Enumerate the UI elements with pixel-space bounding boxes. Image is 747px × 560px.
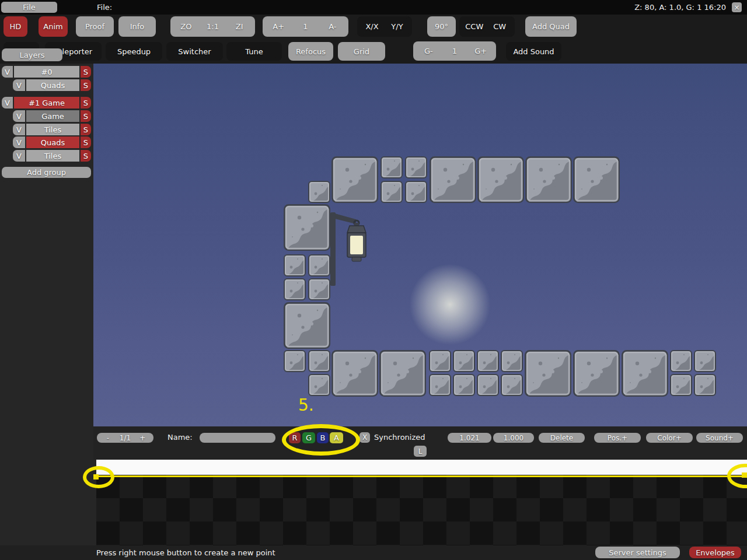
solo-toggle[interactable]: S <box>81 97 91 108</box>
info-button[interactable]: Info <box>118 16 156 37</box>
anim-speed-value[interactable]: 1 <box>292 22 319 31</box>
speedup-button[interactable]: Speedup <box>106 42 162 61</box>
envelope-point-left[interactable] <box>93 474 99 480</box>
zoom-anim-grid-status: Z: 80, A: 1.0, G: 1 16:20 <box>634 3 726 12</box>
delete-point-x-button[interactable]: X <box>359 432 370 443</box>
zoom-reset-button[interactable]: 1:1 <box>200 22 226 31</box>
rotate-90-button[interactable]: 90° <box>427 16 456 37</box>
solo-toggle[interactable]: S <box>81 79 91 91</box>
layer-row-tiles[interactable]: VTilesS <box>13 124 91 135</box>
envelope-value-band[interactable] <box>96 460 747 475</box>
flip-y-button[interactable]: Y/Y <box>385 22 410 31</box>
channel-g-button[interactable]: G <box>302 432 315 443</box>
stone-tile-small <box>381 181 403 205</box>
synchronized-label: Synchronized <box>374 433 425 442</box>
add-group-button[interactable]: Add group <box>2 167 91 178</box>
rotate-ccw-button[interactable]: CCW <box>462 22 487 31</box>
envelope-name-input[interactable] <box>200 433 275 443</box>
color-plus-button[interactable]: Color+ <box>646 433 693 443</box>
grid-decrease-button[interactable]: G- <box>416 47 442 55</box>
add-sound-button[interactable]: Add Sound <box>506 42 561 61</box>
layer-label[interactable]: Quads <box>26 136 79 148</box>
anim-speed-up-button[interactable]: A+ <box>265 22 292 31</box>
channel-a-button[interactable]: A <box>330 432 343 443</box>
pos-plus-button[interactable]: Pos.+ <box>594 433 641 443</box>
layer-label[interactable]: Tiles <box>26 124 79 135</box>
visibility-toggle[interactable]: V <box>13 79 25 91</box>
status-bar: Press right mouse button to create a new… <box>0 545 747 560</box>
switcher-button[interactable]: Switcher <box>166 42 223 61</box>
layer-row-quads[interactable]: VQuadsS <box>13 136 91 148</box>
zoom-in-button[interactable]: ZI <box>226 22 253 31</box>
envelope-graph-area[interactable] <box>96 475 747 545</box>
envelope-toolbar: - 1/1 + Name: R G B A X Synchronized 1.0… <box>93 426 747 460</box>
point-value-field[interactable]: 1.000 <box>493 433 534 443</box>
layers-panel: Layers V#0SVQuadsSV#1 GameSVGameSVTilesS… <box>0 0 93 560</box>
zoom-button-group: ZO 1:1 ZI <box>170 16 255 37</box>
map-canvas[interactable]: 5. <box>93 64 747 426</box>
stone-tile-small <box>477 374 499 398</box>
rotate-cw-button[interactable]: CW <box>487 22 513 31</box>
envelope-next-button[interactable]: + <box>134 434 151 442</box>
layer-label[interactable]: Game <box>26 110 79 122</box>
layer-label[interactable]: Tiles <box>26 150 79 162</box>
stone-tile-small <box>453 374 475 398</box>
flip-x-button[interactable]: X/X <box>359 22 385 31</box>
tune-button[interactable]: Tune <box>226 42 282 61</box>
stone-tile-small <box>501 374 523 398</box>
solo-toggle[interactable]: S <box>81 136 91 148</box>
refocus-button[interactable]: Refocus <box>288 42 333 61</box>
stone-tile-large <box>573 156 620 205</box>
grid-increase-button[interactable]: G+ <box>467 47 494 55</box>
channel-b-button[interactable]: B <box>317 432 329 443</box>
visibility-toggle[interactable]: V <box>13 136 25 148</box>
anim-speed-down-button[interactable]: A- <box>319 22 346 31</box>
grid-size-group: G- 1 G+ <box>413 41 496 61</box>
envelope-prev-button[interactable]: - <box>99 434 117 442</box>
solo-toggle[interactable]: S <box>81 150 91 162</box>
step-number-annotation: 5. <box>298 396 314 415</box>
layer-label[interactable]: #1 Game <box>14 97 79 108</box>
layer-label[interactable]: #0 <box>14 66 79 78</box>
envelope-point-right[interactable] <box>742 473 747 478</box>
layer-row-tiles[interactable]: VTilesS <box>13 150 91 162</box>
visibility-toggle[interactable]: V <box>13 150 25 162</box>
visibility-toggle[interactable]: V <box>13 110 25 122</box>
delete-button[interactable]: Delete <box>539 433 585 443</box>
stone-tile-small <box>284 278 306 303</box>
stone-tile-small <box>694 350 716 374</box>
zoom-out-button[interactable]: ZO <box>173 22 200 31</box>
stone-tile-small <box>670 374 692 398</box>
channel-r-button[interactable]: R <box>289 432 301 443</box>
solo-toggle[interactable]: S <box>81 124 91 135</box>
layer-row--0[interactable]: V#0S <box>2 66 91 78</box>
grid-size-value[interactable]: 1 <box>442 47 468 55</box>
toolbar: HD Anim Proof Info ZO 1:1 ZI A+ 1 A- X/X… <box>0 15 747 64</box>
envelopes-button[interactable]: Envelopes <box>689 547 741 558</box>
stone-tile-large <box>477 156 524 205</box>
l-button[interactable]: L <box>414 446 427 457</box>
lamp-glow <box>409 264 491 345</box>
layer-row--1-game[interactable]: V#1 GameS <box>2 97 91 108</box>
visibility-toggle[interactable]: V <box>2 97 13 108</box>
add-quad-button[interactable]: Add Quad <box>525 16 577 37</box>
layer-row-quads[interactable]: VQuadsS <box>13 79 91 91</box>
file-path-label: File: <box>97 3 112 12</box>
server-settings-button[interactable]: Server settings <box>595 547 680 558</box>
status-hint: Press right mouse button to create a new… <box>96 548 275 557</box>
visibility-toggle[interactable]: V <box>2 66 13 78</box>
layers-header-button[interactable]: Layers <box>2 48 62 61</box>
grid-button[interactable]: Grid <box>338 42 385 61</box>
layer-row-game[interactable]: VGameS <box>13 110 91 122</box>
solo-toggle[interactable]: S <box>81 66 91 78</box>
flip-group: X/X Y/Y <box>357 16 412 37</box>
stone-tile-large <box>525 156 572 205</box>
visibility-toggle[interactable]: V <box>13 124 25 135</box>
sound-plus-button[interactable]: Sound+ <box>696 433 743 443</box>
point-time-value[interactable]: 1.021 <box>448 433 491 443</box>
close-icon[interactable]: × <box>732 2 742 12</box>
stone-tile-small <box>284 254 306 279</box>
layer-label[interactable]: Quads <box>26 79 79 91</box>
solo-toggle[interactable]: S <box>81 110 91 122</box>
stone-tile-large <box>284 204 330 253</box>
